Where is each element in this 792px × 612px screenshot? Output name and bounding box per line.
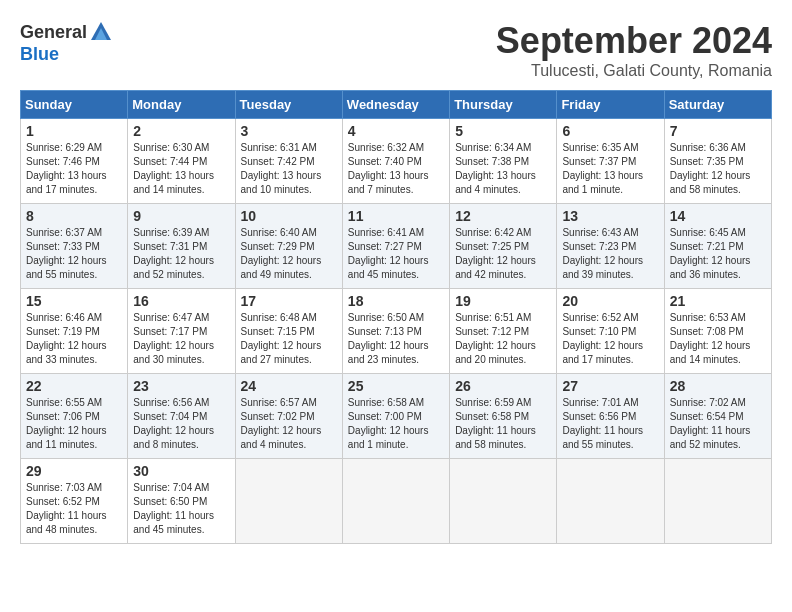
day-info: Sunrise: 6:36 AMSunset: 7:35 PMDaylight:… bbox=[670, 141, 766, 197]
table-row: 4Sunrise: 6:32 AMSunset: 7:40 PMDaylight… bbox=[342, 119, 449, 204]
day-info: Sunrise: 7:01 AMSunset: 6:56 PMDaylight:… bbox=[562, 396, 658, 452]
day-number: 28 bbox=[670, 378, 766, 394]
table-row bbox=[342, 459, 449, 544]
title-section: September 2024 Tulucesti, Galati County,… bbox=[496, 20, 772, 80]
day-number: 23 bbox=[133, 378, 229, 394]
day-number: 3 bbox=[241, 123, 337, 139]
calendar-week-row: 15Sunrise: 6:46 AMSunset: 7:19 PMDayligh… bbox=[21, 289, 772, 374]
logo-icon bbox=[89, 20, 113, 44]
day-number: 16 bbox=[133, 293, 229, 309]
day-info: Sunrise: 6:50 AMSunset: 7:13 PMDaylight:… bbox=[348, 311, 444, 367]
day-info: Sunrise: 6:31 AMSunset: 7:42 PMDaylight:… bbox=[241, 141, 337, 197]
day-number: 22 bbox=[26, 378, 122, 394]
calendar-header-row: Sunday Monday Tuesday Wednesday Thursday… bbox=[21, 91, 772, 119]
table-row: 10Sunrise: 6:40 AMSunset: 7:29 PMDayligh… bbox=[235, 204, 342, 289]
header-sunday: Sunday bbox=[21, 91, 128, 119]
table-row: 8Sunrise: 6:37 AMSunset: 7:33 PMDaylight… bbox=[21, 204, 128, 289]
day-info: Sunrise: 6:57 AMSunset: 7:02 PMDaylight:… bbox=[241, 396, 337, 452]
day-info: Sunrise: 6:34 AMSunset: 7:38 PMDaylight:… bbox=[455, 141, 551, 197]
table-row: 30Sunrise: 7:04 AMSunset: 6:50 PMDayligh… bbox=[128, 459, 235, 544]
day-number: 8 bbox=[26, 208, 122, 224]
day-info: Sunrise: 6:59 AMSunset: 6:58 PMDaylight:… bbox=[455, 396, 551, 452]
table-row: 21Sunrise: 6:53 AMSunset: 7:08 PMDayligh… bbox=[664, 289, 771, 374]
day-info: Sunrise: 6:45 AMSunset: 7:21 PMDaylight:… bbox=[670, 226, 766, 282]
day-info: Sunrise: 6:47 AMSunset: 7:17 PMDaylight:… bbox=[133, 311, 229, 367]
day-info: Sunrise: 6:41 AMSunset: 7:27 PMDaylight:… bbox=[348, 226, 444, 282]
day-info: Sunrise: 7:02 AMSunset: 6:54 PMDaylight:… bbox=[670, 396, 766, 452]
day-number: 25 bbox=[348, 378, 444, 394]
table-row: 19Sunrise: 6:51 AMSunset: 7:12 PMDayligh… bbox=[450, 289, 557, 374]
day-number: 6 bbox=[562, 123, 658, 139]
day-info: Sunrise: 6:58 AMSunset: 7:00 PMDaylight:… bbox=[348, 396, 444, 452]
table-row: 16Sunrise: 6:47 AMSunset: 7:17 PMDayligh… bbox=[128, 289, 235, 374]
day-info: Sunrise: 6:35 AMSunset: 7:37 PMDaylight:… bbox=[562, 141, 658, 197]
day-number: 2 bbox=[133, 123, 229, 139]
day-info: Sunrise: 6:56 AMSunset: 7:04 PMDaylight:… bbox=[133, 396, 229, 452]
day-info: Sunrise: 6:46 AMSunset: 7:19 PMDaylight:… bbox=[26, 311, 122, 367]
table-row: 12Sunrise: 6:42 AMSunset: 7:25 PMDayligh… bbox=[450, 204, 557, 289]
day-info: Sunrise: 6:39 AMSunset: 7:31 PMDaylight:… bbox=[133, 226, 229, 282]
table-row: 22Sunrise: 6:55 AMSunset: 7:06 PMDayligh… bbox=[21, 374, 128, 459]
page-header: General Blue September 2024 Tulucesti, G… bbox=[20, 20, 772, 80]
day-info: Sunrise: 6:51 AMSunset: 7:12 PMDaylight:… bbox=[455, 311, 551, 367]
header-friday: Friday bbox=[557, 91, 664, 119]
header-thursday: Thursday bbox=[450, 91, 557, 119]
table-row: 5Sunrise: 6:34 AMSunset: 7:38 PMDaylight… bbox=[450, 119, 557, 204]
day-number: 14 bbox=[670, 208, 766, 224]
day-number: 29 bbox=[26, 463, 122, 479]
day-number: 26 bbox=[455, 378, 551, 394]
day-number: 20 bbox=[562, 293, 658, 309]
day-info: Sunrise: 7:04 AMSunset: 6:50 PMDaylight:… bbox=[133, 481, 229, 537]
day-info: Sunrise: 6:55 AMSunset: 7:06 PMDaylight:… bbox=[26, 396, 122, 452]
logo-blue: Blue bbox=[20, 44, 59, 65]
table-row bbox=[557, 459, 664, 544]
day-info: Sunrise: 6:43 AMSunset: 7:23 PMDaylight:… bbox=[562, 226, 658, 282]
table-row: 29Sunrise: 7:03 AMSunset: 6:52 PMDayligh… bbox=[21, 459, 128, 544]
day-info: Sunrise: 6:52 AMSunset: 7:10 PMDaylight:… bbox=[562, 311, 658, 367]
day-number: 30 bbox=[133, 463, 229, 479]
day-number: 19 bbox=[455, 293, 551, 309]
day-number: 21 bbox=[670, 293, 766, 309]
table-row: 9Sunrise: 6:39 AMSunset: 7:31 PMDaylight… bbox=[128, 204, 235, 289]
location: Tulucesti, Galati County, Romania bbox=[496, 62, 772, 80]
calendar-week-row: 8Sunrise: 6:37 AMSunset: 7:33 PMDaylight… bbox=[21, 204, 772, 289]
table-row: 14Sunrise: 6:45 AMSunset: 7:21 PMDayligh… bbox=[664, 204, 771, 289]
table-row: 24Sunrise: 6:57 AMSunset: 7:02 PMDayligh… bbox=[235, 374, 342, 459]
day-number: 7 bbox=[670, 123, 766, 139]
table-row: 3Sunrise: 6:31 AMSunset: 7:42 PMDaylight… bbox=[235, 119, 342, 204]
day-number: 17 bbox=[241, 293, 337, 309]
day-number: 4 bbox=[348, 123, 444, 139]
day-number: 5 bbox=[455, 123, 551, 139]
table-row: 17Sunrise: 6:48 AMSunset: 7:15 PMDayligh… bbox=[235, 289, 342, 374]
day-number: 27 bbox=[562, 378, 658, 394]
day-info: Sunrise: 6:32 AMSunset: 7:40 PMDaylight:… bbox=[348, 141, 444, 197]
calendar-week-row: 1Sunrise: 6:29 AMSunset: 7:46 PMDaylight… bbox=[21, 119, 772, 204]
table-row bbox=[664, 459, 771, 544]
month-title: September 2024 bbox=[496, 20, 772, 62]
logo-general: General bbox=[20, 22, 87, 43]
day-number: 12 bbox=[455, 208, 551, 224]
table-row: 7Sunrise: 6:36 AMSunset: 7:35 PMDaylight… bbox=[664, 119, 771, 204]
day-number: 9 bbox=[133, 208, 229, 224]
header-wednesday: Wednesday bbox=[342, 91, 449, 119]
day-info: Sunrise: 7:03 AMSunset: 6:52 PMDaylight:… bbox=[26, 481, 122, 537]
table-row: 25Sunrise: 6:58 AMSunset: 7:00 PMDayligh… bbox=[342, 374, 449, 459]
day-info: Sunrise: 6:42 AMSunset: 7:25 PMDaylight:… bbox=[455, 226, 551, 282]
table-row: 11Sunrise: 6:41 AMSunset: 7:27 PMDayligh… bbox=[342, 204, 449, 289]
day-info: Sunrise: 6:37 AMSunset: 7:33 PMDaylight:… bbox=[26, 226, 122, 282]
header-saturday: Saturday bbox=[664, 91, 771, 119]
table-row: 26Sunrise: 6:59 AMSunset: 6:58 PMDayligh… bbox=[450, 374, 557, 459]
day-number: 1 bbox=[26, 123, 122, 139]
logo: General Blue bbox=[20, 20, 113, 65]
table-row: 15Sunrise: 6:46 AMSunset: 7:19 PMDayligh… bbox=[21, 289, 128, 374]
table-row: 23Sunrise: 6:56 AMSunset: 7:04 PMDayligh… bbox=[128, 374, 235, 459]
table-row bbox=[450, 459, 557, 544]
day-info: Sunrise: 6:48 AMSunset: 7:15 PMDaylight:… bbox=[241, 311, 337, 367]
day-info: Sunrise: 6:53 AMSunset: 7:08 PMDaylight:… bbox=[670, 311, 766, 367]
table-row: 20Sunrise: 6:52 AMSunset: 7:10 PMDayligh… bbox=[557, 289, 664, 374]
day-info: Sunrise: 6:29 AMSunset: 7:46 PMDaylight:… bbox=[26, 141, 122, 197]
calendar-table: Sunday Monday Tuesday Wednesday Thursday… bbox=[20, 90, 772, 544]
day-number: 13 bbox=[562, 208, 658, 224]
day-info: Sunrise: 6:30 AMSunset: 7:44 PMDaylight:… bbox=[133, 141, 229, 197]
day-number: 24 bbox=[241, 378, 337, 394]
